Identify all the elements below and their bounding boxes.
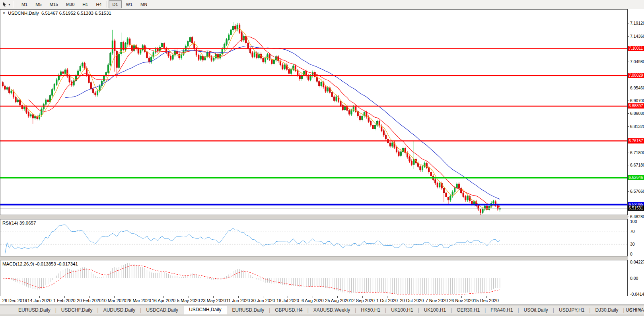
timeframe-button-mn[interactable]: MN: [137, 0, 151, 8]
chart-tab-fra40-h1[interactable]: FRA40,H1: [486, 306, 518, 314]
price-tick-label: 6.81320: [630, 124, 644, 129]
timeframe-button-w1[interactable]: W1: [123, 0, 136, 8]
chart-tab-dj30-daily[interactable]: DJ30,Daily: [591, 306, 623, 314]
macd-axis-label: 0.00: [630, 276, 638, 281]
price-tick-label: 7.04980: [630, 59, 644, 64]
date-label: 16 Apr 2020: [152, 298, 175, 303]
date-label: 15 Dec 2020: [474, 298, 498, 303]
chart-tab-xauusd-weekly[interactable]: XAUUSD,Weekly: [309, 306, 355, 314]
axis-tick: [628, 126, 629, 127]
main-chart-pane[interactable]: ▼ USDCNH,Daily 6.51467 6.51952 6.51383 6…: [0, 9, 628, 215]
macd-axis-label: 0.042275: [630, 260, 644, 264]
date-label: 25 Aug 2020: [325, 298, 350, 303]
date-label: 26 Nov 2020: [449, 298, 474, 303]
date-label: 10 Mar 2020: [102, 298, 126, 303]
date-label: 1 Oct 2020: [376, 298, 398, 303]
price-line-badge: 7.10011: [628, 46, 644, 51]
date-label: 18 Jul 2020: [276, 298, 299, 303]
chart-tab-hk50-h1[interactable]: HK50,H1: [356, 306, 385, 314]
date-tick: [213, 296, 214, 298]
chart-tab-usdcnh-daily[interactable]: USDCNH,Daily: [183, 306, 227, 314]
date-tick: [139, 296, 139, 298]
macd-pane[interactable]: MACD(12,26,9) -0.013853 -0.017341: [0, 260, 628, 296]
price-tick-label: 6.71800: [630, 150, 644, 155]
timeframe-button-m5[interactable]: M5: [32, 0, 45, 8]
date-tick: [64, 296, 65, 298]
toolbar-separator: [107, 1, 107, 8]
date-label: 20 Oct 2020: [400, 298, 424, 303]
date-tick: [39, 296, 40, 298]
timeframe-button-m15[interactable]: M15: [46, 0, 62, 8]
price-tick-label: 6.67180: [630, 163, 644, 167]
tab-truncated[interactable]: US: [626, 307, 632, 313]
chart-tab-eurusd-daily[interactable]: EURUSD,Daily: [227, 306, 269, 314]
date-tick: [362, 296, 363, 298]
chart-title: ▼ USDCNH,Daily 6.51467 6.51952 6.51383 6…: [2, 11, 111, 16]
chart-tab-uk100-h1[interactable]: UK100,H1: [419, 306, 451, 314]
tab-scroll-right-icon[interactable]: ►: [638, 307, 643, 311]
price-axis[interactable]: 7.191207.143607.049806.954606.907006.860…: [628, 9, 644, 296]
toolbar-grip[interactable]: [14, 1, 16, 8]
timeframe-button-m1[interactable]: M1: [18, 0, 31, 8]
tab-scroll-left-icon[interactable]: ◄: [633, 307, 638, 311]
date-tick: [387, 296, 387, 298]
date-tick: [263, 296, 263, 298]
axis-tick: [628, 88, 629, 88]
chart-tab-usoil-daily[interactable]: USOil,Daily: [519, 306, 553, 314]
cursor-tool-icon[interactable]: [2, 2, 7, 7]
date-tick: [486, 296, 487, 298]
timeframe-toolbar: ▼ M1M5M15M30H1H4D1W1MN: [0, 0, 644, 9]
date-label: 30 Jun 2020: [251, 298, 275, 303]
time-axis[interactable]: 26 Dec 201914 Jan 20201 Feb 202020 Feb 2…: [0, 296, 628, 304]
pane-divider[interactable]: [0, 256, 628, 260]
axis-tick: [628, 165, 629, 165]
chart-tab-ger30-h1[interactable]: GER30,H1: [452, 306, 484, 314]
collapse-arrow-icon[interactable]: ▼: [2, 12, 6, 15]
date-tick: [15, 296, 15, 298]
rsi-pane[interactable]: RSI(14) 39.0657: [0, 219, 628, 256]
axis-tick: [628, 113, 629, 114]
price-line-badge: 6.88897: [628, 103, 644, 109]
pane-divider[interactable]: [0, 215, 628, 219]
chart-tab-usdchf-daily[interactable]: USDCHF,Daily: [56, 306, 97, 314]
rsi-axis-label: 30: [630, 242, 635, 246]
date-tick: [337, 296, 338, 298]
date-tick: [89, 296, 89, 298]
date-tick: [288, 296, 288, 298]
price-line-badge: 6.76157: [628, 138, 644, 143]
chart-tab-uk100-h1[interactable]: UK100,H1: [386, 306, 418, 314]
axis-tick: [628, 23, 629, 23]
candlestick-chart[interactable]: [0, 10, 627, 215]
current-price-badge: 6.51531: [628, 205, 644, 211]
timeframe-button-m30[interactable]: M30: [62, 0, 78, 8]
price-tick-label: 6.57660: [630, 189, 644, 194]
rsi-chart[interactable]: [0, 219, 627, 256]
price-tick-label: 7.19120: [630, 21, 644, 25]
date-label: 23 May 2020: [200, 298, 226, 303]
date-tick: [461, 296, 462, 298]
date-label: 7 Nov 2020: [426, 298, 448, 303]
mt4-window: ▼ M1M5M15M30H1H4D1W1MN ▼ USDCNH,Daily 6.…: [0, 0, 644, 316]
date-label: 5 May 2020: [177, 298, 200, 303]
chart-tab-usdjpy-h1[interactable]: USDJPY,H1: [554, 306, 589, 314]
date-label: 28 Mar 2020: [126, 298, 151, 303]
date-tick: [412, 296, 412, 298]
axis-tick: [628, 191, 629, 192]
price-tick-label: 6.48280: [630, 214, 644, 219]
chart-tab-audusd-daily[interactable]: AUDUSD,Daily: [99, 306, 140, 314]
price-tick-label: 6.86080: [630, 111, 644, 116]
chart-tab-eurusd-daily[interactable]: EURUSD,Daily: [14, 306, 55, 314]
date-label: 11 Jun 2020: [226, 298, 250, 303]
axis-tick: [628, 101, 629, 101]
price-tick-label: 6.90700: [630, 98, 644, 103]
chart-tab-usdcad-daily[interactable]: USDCAD,Daily: [141, 306, 183, 314]
chart-ohlc-values: 6.51467 6.51952 6.51383 6.51531: [41, 11, 111, 16]
macd-chart[interactable]: [0, 260, 627, 296]
cursor-dropdown-caret-icon[interactable]: ▼: [8, 3, 11, 6]
timeframe-button-h1[interactable]: H1: [79, 0, 91, 8]
axis-tick: [628, 36, 629, 37]
chart-tab-gbpusd-h4[interactable]: GBPUSD,H4: [270, 306, 307, 314]
timeframe-button-h4[interactable]: H4: [92, 0, 105, 8]
date-tick: [238, 296, 239, 298]
timeframe-button-d1[interactable]: D1: [109, 0, 121, 8]
